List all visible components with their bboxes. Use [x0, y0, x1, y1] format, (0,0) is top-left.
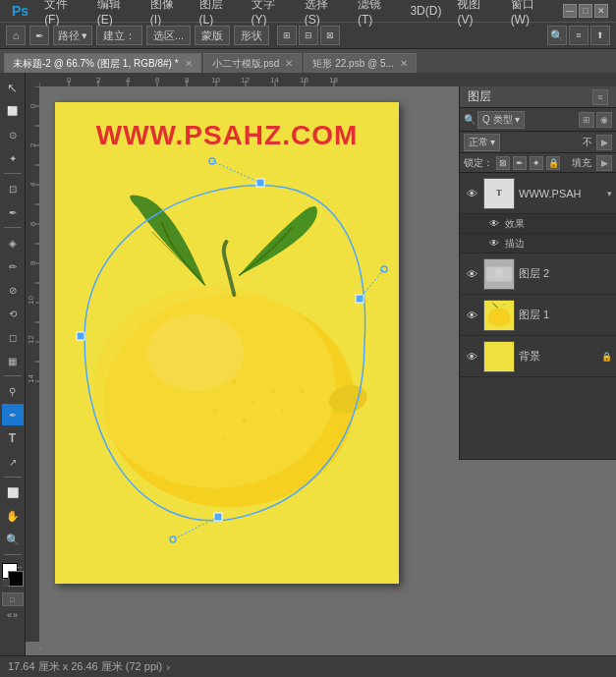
- app-icon: Ps: [8, 1, 32, 21]
- effect-label: 效果: [505, 217, 525, 231]
- menu-edit[interactable]: 编辑(E): [93, 0, 139, 28]
- swap-colors-icon[interactable]: ↔: [16, 563, 24, 572]
- history-brush-tool[interactable]: ⟲: [2, 303, 24, 324]
- ruler-corner: [26, 73, 39, 86]
- menu-layer[interactable]: 图层(L): [196, 0, 240, 28]
- layer-eye-1[interactable]: 👁: [464, 308, 479, 323]
- stamp-tool[interactable]: ⊘: [2, 279, 24, 301]
- reset-colors-icon[interactable]: ⬛: [2, 579, 11, 587]
- hand-tool[interactable]: ✋: [2, 505, 24, 527]
- wand-tool[interactable]: ✦: [2, 147, 24, 169]
- share-icon[interactable]: ⬆: [590, 26, 610, 45]
- menu-select[interactable]: 选择(S): [301, 0, 346, 28]
- panel-filter-row: 🔍 Q 类型 ▾ ⊞ ◉: [460, 108, 616, 132]
- tab-close-1[interactable]: ✕: [285, 58, 293, 69]
- menu-view[interactable]: 视图(V): [453, 0, 498, 28]
- effect-eye[interactable]: 👁: [487, 217, 501, 231]
- layer-effect-group[interactable]: 👁 效果: [460, 214, 616, 234]
- lock-paint-icon[interactable]: ✒: [513, 156, 527, 170]
- layer-expand-icon[interactable]: ▾: [607, 189, 612, 198]
- home-icon[interactable]: ⌂: [6, 26, 26, 45]
- pen-tool active[interactable]: ✒: [2, 404, 24, 425]
- search-icon[interactable]: 🔍: [547, 26, 567, 45]
- path-selection-tool[interactable]: ↗: [2, 451, 24, 473]
- workspace-icon[interactable]: ≡: [569, 26, 588, 45]
- tab-current-doc[interactable]: 未标题-2 @ 66.7% (图层 1, RGB/8#) * ✕: [4, 53, 201, 73]
- svg-point-56: [281, 410, 284, 413]
- zoom-tool[interactable]: 🔍: [2, 529, 24, 550]
- menu-window[interactable]: 窗口(W): [507, 0, 555, 28]
- menu-image[interactable]: 图像(I): [146, 0, 188, 28]
- canvas-container[interactable]: 0 2 4 6 8 10 12 14 16 18: [26, 73, 616, 655]
- tab-rect-doc[interactable]: 矩形 22.psb @ 5... ✕: [304, 53, 416, 73]
- lasso-tool[interactable]: ⊙: [2, 124, 24, 145]
- layer-thumb-2: [483, 258, 515, 290]
- eyedropper-tool[interactable]: ✒: [2, 201, 24, 223]
- transform-icon[interactable]: ⊞: [277, 26, 297, 45]
- arrange-icon[interactable]: ⊠: [320, 26, 340, 45]
- move-tool[interactable]: ↖: [2, 77, 24, 98]
- menu-3d[interactable]: 3D(D): [406, 2, 445, 20]
- svg-text:10: 10: [27, 296, 35, 305]
- minimize-button[interactable]: —: [563, 4, 577, 18]
- svg-point-53: [271, 389, 275, 393]
- stroke-eye[interactable]: 👁: [487, 237, 501, 251]
- tab-close-0[interactable]: ✕: [185, 58, 193, 69]
- crop-tool[interactable]: ⊡: [2, 178, 24, 199]
- layer-eye-bg[interactable]: 👁: [464, 349, 479, 365]
- layer-eye-text[interactable]: 👁: [464, 186, 479, 201]
- heal-tool[interactable]: ◈: [2, 232, 24, 254]
- left-toolbar: ↖ ⬜ ⊙ ✦ ⊡ ✒ ◈ ✏ ⊘ ⟲ ◻ ▦ ⚲ ✒ T ↗ ⬜ ✋ 🔍 ↔ …: [0, 73, 26, 655]
- collapse-left-icon[interactable]: «: [7, 610, 12, 620]
- svg-rect-74: [484, 342, 514, 371]
- type-tool[interactable]: T: [2, 427, 24, 449]
- gradient-tool[interactable]: ▦: [2, 350, 24, 371]
- maximize-button[interactable]: □: [579, 4, 592, 18]
- selection-tool[interactable]: ⬜: [2, 100, 24, 122]
- menu-filter[interactable]: 滤镜(T): [354, 0, 399, 28]
- layer-stroke-effect[interactable]: 👁 描边: [460, 234, 616, 254]
- svg-point-54: [213, 410, 216, 413]
- status-dimensions: 17.64 厘米 x 26.46 厘米 (72 ppi): [8, 659, 162, 674]
- layer-item-1[interactable]: 👁 图层 1: [460, 295, 616, 336]
- lock-all-icon[interactable]: 🔒: [546, 156, 560, 170]
- close-button[interactable]: ✕: [594, 4, 608, 18]
- mask-button[interactable]: 蒙版: [195, 26, 230, 45]
- filter-toggle[interactable]: ◉: [596, 112, 612, 128]
- fill-icon[interactable]: ▶: [596, 155, 612, 171]
- filter-kind-icon[interactable]: ⊞: [579, 112, 594, 128]
- lock-move-icon[interactable]: ✦: [530, 156, 543, 170]
- menu-file[interactable]: 文件(F): [40, 0, 85, 28]
- dodge-tool[interactable]: ⚲: [2, 380, 24, 402]
- shape-tool[interactable]: ⬜: [2, 481, 24, 503]
- tab-close-2[interactable]: ✕: [400, 58, 408, 69]
- path-dropdown[interactable]: 路径 ▾: [53, 26, 92, 45]
- layer-thumb-1: [483, 300, 515, 331]
- layer-item-text[interactable]: 👁 T WWW.PSAH ▾: [460, 173, 616, 214]
- align-icon[interactable]: ⊟: [299, 26, 318, 45]
- layer-item-bg[interactable]: 👁 背景 🔒: [460, 336, 616, 377]
- standard-screen-btn[interactable]: □: [2, 592, 24, 606]
- svg-point-49: [147, 314, 244, 392]
- status-arrow[interactable]: ›: [166, 661, 170, 673]
- canvas-document: WWW.PSAHZ.COM: [55, 102, 399, 584]
- panel-menu-icon[interactable]: ≡: [592, 89, 608, 105]
- opacity-icon[interactable]: ▶: [596, 135, 612, 150]
- tabs-bar: 未标题-2 @ 66.7% (图层 1, RGB/8#) * ✕ 小二寸模版.p…: [0, 49, 616, 73]
- eraser-tool[interactable]: ◻: [2, 326, 24, 348]
- expand-right-icon[interactable]: »: [13, 610, 18, 620]
- layer-item-2[interactable]: 👁 图层 2: [460, 254, 616, 295]
- menu-type[interactable]: 文字(Y): [248, 0, 293, 28]
- layer-eye-2[interactable]: 👁: [464, 266, 479, 282]
- lock-transparent-icon[interactable]: ⊠: [496, 156, 510, 170]
- svg-text:14: 14: [270, 76, 279, 85]
- shape-button[interactable]: 形状: [234, 26, 269, 45]
- brush-icon[interactable]: ✒: [29, 26, 49, 45]
- tab-template-doc[interactable]: 小二寸模版.psd ✕: [203, 53, 303, 73]
- brush-tool[interactable]: ✏: [2, 255, 24, 277]
- filter-type-button[interactable]: Q 类型 ▾: [477, 111, 525, 129]
- panel-arrows: « »: [7, 610, 18, 620]
- ruler-vertical: 0 2 4 6 8 10 12 14: [26, 86, 39, 642]
- selection-button[interactable]: 选区...: [146, 26, 191, 45]
- blend-mode-dropdown[interactable]: 正常 ▾: [464, 134, 500, 151]
